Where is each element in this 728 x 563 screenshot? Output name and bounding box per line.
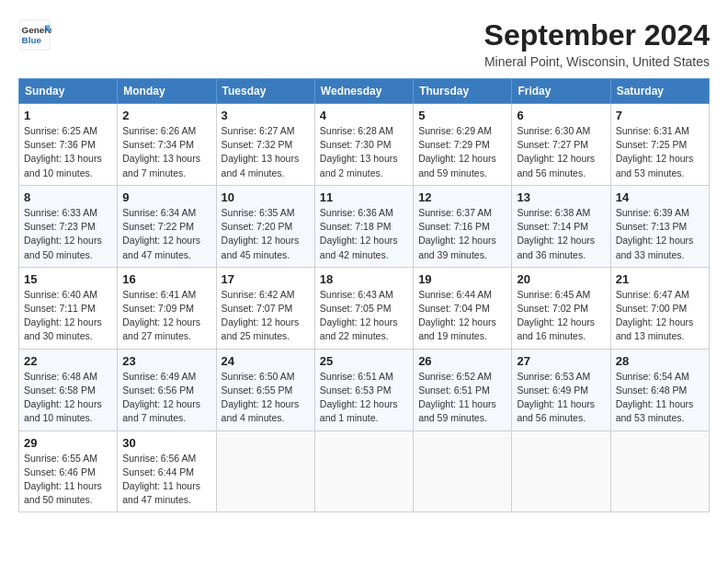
day-info: Sunrise: 6:36 AMSunset: 7:18 PMDaylight:… xyxy=(320,206,408,262)
calendar-header: SundayMondayTuesdayWednesdayThursdayFrid… xyxy=(19,79,710,104)
day-number: 15 xyxy=(24,272,112,286)
day-number: 21 xyxy=(616,272,704,286)
calendar-day-cell: 26Sunrise: 6:52 AMSunset: 6:51 PMDayligh… xyxy=(414,349,512,431)
day-number: 23 xyxy=(122,354,210,368)
day-number: 24 xyxy=(222,354,310,368)
logo: General Blue xyxy=(18,18,51,52)
calendar-day-cell: 16Sunrise: 6:41 AMSunset: 7:09 PMDayligh… xyxy=(118,267,216,349)
calendar-day-cell: 19Sunrise: 6:44 AMSunset: 7:04 PMDayligh… xyxy=(414,267,512,349)
calendar-week-row: 8Sunrise: 6:33 AMSunset: 7:23 PMDaylight… xyxy=(19,185,710,267)
calendar-day-cell: 7Sunrise: 6:31 AMSunset: 7:25 PMDaylight… xyxy=(610,104,709,186)
day-info: Sunrise: 6:26 AMSunset: 7:34 PMDaylight:… xyxy=(122,124,210,180)
day-number: 9 xyxy=(122,190,210,204)
day-info: Sunrise: 6:55 AMSunset: 6:46 PMDaylight:… xyxy=(24,452,112,508)
day-info: Sunrise: 6:43 AMSunset: 7:05 PMDaylight:… xyxy=(320,288,408,344)
days-of-week-row: SundayMondayTuesdayWednesdayThursdayFrid… xyxy=(19,79,710,104)
calendar-day-cell: 8Sunrise: 6:33 AMSunset: 7:23 PMDaylight… xyxy=(19,185,118,267)
calendar-day-cell: 5Sunrise: 6:29 AMSunset: 7:29 PMDaylight… xyxy=(414,104,512,186)
calendar-day-cell: 2Sunrise: 6:26 AMSunset: 7:34 PMDaylight… xyxy=(118,104,216,186)
day-number: 2 xyxy=(122,109,210,122)
day-info: Sunrise: 6:31 AMSunset: 7:25 PMDaylight:… xyxy=(616,124,704,180)
day-number: 19 xyxy=(418,272,506,286)
day-of-week-header: Friday xyxy=(512,79,610,104)
day-info: Sunrise: 6:39 AMSunset: 7:13 PMDaylight:… xyxy=(616,206,704,262)
day-info: Sunrise: 6:49 AMSunset: 6:56 PMDaylight:… xyxy=(122,370,210,426)
calendar-week-row: 1Sunrise: 6:25 AMSunset: 7:36 PMDaylight… xyxy=(19,104,710,186)
day-number: 3 xyxy=(222,109,310,122)
day-number: 14 xyxy=(616,190,704,204)
day-info: Sunrise: 6:27 AMSunset: 7:32 PMDaylight:… xyxy=(222,124,310,180)
calendar-week-row: 22Sunrise: 6:48 AMSunset: 6:58 PMDayligh… xyxy=(19,349,710,431)
calendar-day-cell: 20Sunrise: 6:45 AMSunset: 7:02 PMDayligh… xyxy=(512,267,610,349)
day-info: Sunrise: 6:45 AMSunset: 7:02 PMDaylight:… xyxy=(517,288,605,344)
page-subtitle: Mineral Point, Wisconsin, United States xyxy=(484,54,710,69)
calendar-day-cell xyxy=(512,431,610,512)
calendar-table: SundayMondayTuesdayWednesdayThursdayFrid… xyxy=(18,78,710,512)
day-info: Sunrise: 6:42 AMSunset: 7:07 PMDaylight:… xyxy=(222,288,310,344)
day-info: Sunrise: 6:30 AMSunset: 7:27 PMDaylight:… xyxy=(517,124,605,180)
day-info: Sunrise: 6:28 AMSunset: 7:30 PMDaylight:… xyxy=(320,124,408,180)
day-info: Sunrise: 6:41 AMSunset: 7:09 PMDaylight:… xyxy=(122,288,210,344)
day-info: Sunrise: 6:38 AMSunset: 7:14 PMDaylight:… xyxy=(517,206,605,262)
day-number: 26 xyxy=(418,354,506,368)
calendar-day-cell: 13Sunrise: 6:38 AMSunset: 7:14 PMDayligh… xyxy=(512,185,610,267)
day-number: 7 xyxy=(616,109,704,122)
svg-text:Blue: Blue xyxy=(22,35,42,45)
day-of-week-header: Tuesday xyxy=(216,79,314,104)
day-of-week-header: Monday xyxy=(118,79,216,104)
day-info: Sunrise: 6:50 AMSunset: 6:55 PMDaylight:… xyxy=(222,370,310,426)
logo-icon: General Blue xyxy=(18,18,51,52)
day-number: 10 xyxy=(222,190,310,204)
page-title: September 2024 xyxy=(484,18,710,52)
day-info: Sunrise: 6:37 AMSunset: 7:16 PMDaylight:… xyxy=(418,206,506,262)
calendar-day-cell: 9Sunrise: 6:34 AMSunset: 7:22 PMDaylight… xyxy=(118,185,216,267)
day-of-week-header: Sunday xyxy=(19,79,118,104)
day-number: 22 xyxy=(24,354,112,368)
day-number: 5 xyxy=(418,109,506,122)
day-info: Sunrise: 6:34 AMSunset: 7:22 PMDaylight:… xyxy=(122,206,210,262)
calendar-day-cell: 3Sunrise: 6:27 AMSunset: 7:32 PMDaylight… xyxy=(216,104,314,186)
day-info: Sunrise: 6:52 AMSunset: 6:51 PMDaylight:… xyxy=(418,370,506,426)
day-number: 16 xyxy=(122,272,210,286)
title-area: September 2024 Mineral Point, Wisconsin,… xyxy=(484,18,710,69)
day-info: Sunrise: 6:51 AMSunset: 6:53 PMDaylight:… xyxy=(320,370,408,426)
calendar-day-cell: 17Sunrise: 6:42 AMSunset: 7:07 PMDayligh… xyxy=(216,267,314,349)
calendar-day-cell: 12Sunrise: 6:37 AMSunset: 7:16 PMDayligh… xyxy=(414,185,512,267)
day-number: 6 xyxy=(517,109,605,122)
day-of-week-header: Wednesday xyxy=(314,79,413,104)
day-number: 30 xyxy=(122,436,210,450)
day-number: 1 xyxy=(24,109,112,122)
calendar-day-cell: 28Sunrise: 6:54 AMSunset: 6:48 PMDayligh… xyxy=(610,349,709,431)
calendar-day-cell xyxy=(414,431,512,512)
day-number: 12 xyxy=(418,190,506,204)
calendar-day-cell: 27Sunrise: 6:53 AMSunset: 6:49 PMDayligh… xyxy=(512,349,610,431)
calendar-day-cell: 24Sunrise: 6:50 AMSunset: 6:55 PMDayligh… xyxy=(216,349,314,431)
day-info: Sunrise: 6:56 AMSunset: 6:44 PMDaylight:… xyxy=(122,452,210,508)
day-number: 4 xyxy=(320,109,408,122)
day-info: Sunrise: 6:44 AMSunset: 7:04 PMDaylight:… xyxy=(418,288,506,344)
day-of-week-header: Saturday xyxy=(610,79,709,104)
calendar-day-cell: 21Sunrise: 6:47 AMSunset: 7:00 PMDayligh… xyxy=(610,267,709,349)
day-of-week-header: Thursday xyxy=(414,79,512,104)
calendar-day-cell: 14Sunrise: 6:39 AMSunset: 7:13 PMDayligh… xyxy=(610,185,709,267)
day-info: Sunrise: 6:54 AMSunset: 6:48 PMDaylight:… xyxy=(616,370,704,426)
calendar-day-cell xyxy=(314,431,413,512)
day-number: 17 xyxy=(222,272,310,286)
page-header: General Blue September 2024 Mineral Poin… xyxy=(18,18,710,69)
calendar-body: 1Sunrise: 6:25 AMSunset: 7:36 PMDaylight… xyxy=(19,104,710,512)
calendar-day-cell xyxy=(610,431,709,512)
day-number: 18 xyxy=(320,272,408,286)
calendar-day-cell: 25Sunrise: 6:51 AMSunset: 6:53 PMDayligh… xyxy=(314,349,413,431)
calendar-day-cell: 29Sunrise: 6:55 AMSunset: 6:46 PMDayligh… xyxy=(19,431,118,512)
day-info: Sunrise: 6:53 AMSunset: 6:49 PMDaylight:… xyxy=(517,370,605,426)
day-info: Sunrise: 6:29 AMSunset: 7:29 PMDaylight:… xyxy=(418,124,506,180)
day-info: Sunrise: 6:48 AMSunset: 6:58 PMDaylight:… xyxy=(24,370,112,426)
day-number: 28 xyxy=(616,354,704,368)
calendar-week-row: 29Sunrise: 6:55 AMSunset: 6:46 PMDayligh… xyxy=(19,431,710,512)
calendar-day-cell: 6Sunrise: 6:30 AMSunset: 7:27 PMDaylight… xyxy=(512,104,610,186)
calendar-week-row: 15Sunrise: 6:40 AMSunset: 7:11 PMDayligh… xyxy=(19,267,710,349)
calendar-day-cell: 18Sunrise: 6:43 AMSunset: 7:05 PMDayligh… xyxy=(314,267,413,349)
calendar-day-cell: 1Sunrise: 6:25 AMSunset: 7:36 PMDaylight… xyxy=(19,104,118,186)
day-number: 20 xyxy=(517,272,605,286)
day-info: Sunrise: 6:47 AMSunset: 7:00 PMDaylight:… xyxy=(616,288,704,344)
